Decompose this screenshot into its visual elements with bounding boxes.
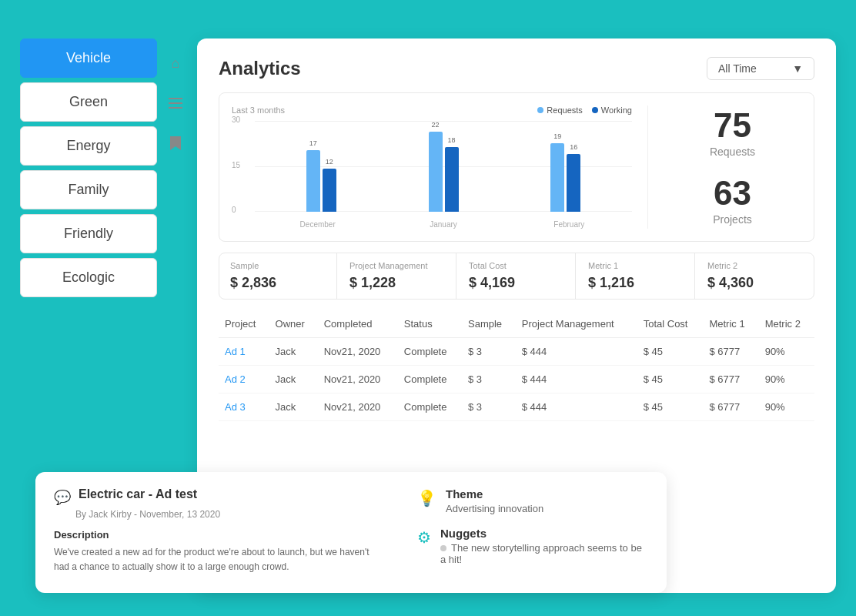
metric-total-cost: Total Cost $ 4,169 [458, 253, 576, 299]
total-cost-cell: $ 45 [637, 338, 704, 366]
bottom-right: 💡 Theme Advertising innovation ⚙ Nuggets… [417, 487, 648, 578]
svg-rect-1 [169, 102, 182, 104]
svg-rect-3 [169, 183, 172, 189]
col-metric1: Metric 1 [703, 310, 758, 338]
page-title: Analytics [219, 58, 301, 79]
metric-pm: Project Management $ 1,228 [339, 253, 456, 299]
svg-rect-2 [169, 107, 182, 109]
bookmark-icon[interactable] [162, 129, 189, 157]
table-row: Ad 1 Jack Nov21, 2020 Complete $ 3 $ 444… [219, 338, 814, 366]
col-pm: Project Management [516, 310, 637, 338]
sidebar-item-energy[interactable]: Energy [20, 126, 157, 166]
sidebar-item-family[interactable]: Family [20, 170, 157, 209]
col-total-cost: Total Cost [637, 310, 704, 338]
sidebar-item-vehicle[interactable]: Vehicle [20, 38, 157, 78]
table-row: Ad 3 Jack Nov21, 2020 Complete $ 3 $ 444… [219, 393, 814, 421]
theme-item: 💡 Theme Advertising innovation [417, 487, 648, 514]
col-owner: Owner [269, 310, 318, 338]
x-label-december: December [255, 220, 380, 229]
metric-1: Metric 1 $ 1,216 [577, 253, 695, 299]
time-selector[interactable]: All Time ▼ [707, 57, 814, 80]
chart-area: Last 3 months Requests Working 30 15 0 [232, 105, 632, 229]
completed-cell: Nov21, 2020 [318, 338, 398, 366]
project-link[interactable]: Ad 1 [219, 338, 269, 366]
completed-cell: Nov21, 2020 [318, 366, 398, 393]
sample-cell: $ 3 [462, 366, 516, 393]
bar-group-february: 19 16 [507, 143, 624, 212]
nuggets-icon: ⚙ [417, 528, 431, 565]
bar-jan-working: 18 [445, 147, 459, 212]
col-sample: Sample [462, 310, 516, 338]
sidebar-item-green[interactable]: Green [20, 82, 157, 122]
stats-side: 75 Requests 63 Projects [647, 105, 801, 229]
pm-cell: $ 444 [516, 338, 637, 366]
legend-requests: Requests [537, 105, 582, 115]
owner-cell: Jack [269, 338, 318, 366]
metric2-cell: 90% [759, 338, 814, 366]
comment-icon: 💬 [54, 489, 71, 506]
nuggets-item: ⚙ Nuggets The new storytelling approach … [417, 527, 648, 565]
metric1-cell: $ 6777 [703, 338, 758, 366]
chart-icon[interactable] [162, 169, 189, 197]
sidebar-item-friendly[interactable]: Friendly [20, 214, 157, 253]
bar-chart: 30 15 0 17 12 22 18 [232, 121, 632, 229]
completed-cell: Nov21, 2020 [318, 393, 398, 421]
svg-rect-4 [174, 180, 177, 189]
description-text: We've created a new ad for the product w… [54, 545, 386, 574]
pm-cell: $ 444 [516, 366, 637, 393]
chart-section: Last 3 months Requests Working 30 15 0 [219, 92, 814, 242]
project-link[interactable]: Ad 3 [219, 393, 269, 421]
col-completed: Completed [318, 310, 398, 338]
nugget-text: The new storytelling approach seems to b… [440, 542, 648, 565]
status-cell: Complete [398, 393, 462, 421]
svg-rect-0 [169, 98, 182, 99]
metric-sample: Sample $ 2,836 [219, 253, 337, 299]
data-table: Project Owner Completed Status Sample Pr… [219, 310, 814, 421]
sample-cell: $ 3 [462, 393, 516, 421]
project-link[interactable]: Ad 2 [219, 366, 269, 393]
sample-cell: $ 3 [462, 338, 516, 366]
stat-requests: 75 Requests [710, 109, 755, 158]
sidebar-item-ecologic[interactable]: Ecologic [20, 258, 157, 297]
bar-feb-requests: 19 [550, 143, 564, 212]
total-cost-cell: $ 45 [637, 366, 704, 393]
metric1-cell: $ 6777 [703, 366, 758, 393]
metric-2: Metric 2 $ 4,360 [697, 253, 814, 299]
metric2-cell: 90% [759, 393, 814, 421]
list-icon[interactable] [162, 89, 189, 117]
status-cell: Complete [398, 338, 462, 366]
metrics-row: Sample $ 2,836 Project Management $ 1,22… [219, 253, 814, 300]
pm-cell: $ 444 [516, 393, 637, 421]
bar-group-december: 17 12 [262, 150, 380, 212]
home-icon[interactable]: ⌂ [162, 49, 189, 77]
bar-dec-working: 12 [323, 169, 336, 212]
owner-cell: Jack [269, 366, 318, 393]
bar-jan-requests: 22 [429, 132, 443, 212]
owner-cell: Jack [269, 393, 318, 421]
status-cell: Complete [398, 366, 462, 393]
bottom-subtitle: By Jack Kirby - November, 13 2020 [75, 509, 386, 520]
nav-icons: ⌂ [157, 38, 194, 197]
x-axis-labels: December January February [255, 220, 632, 229]
legend-working: Working [592, 105, 632, 115]
bar-feb-working: 16 [567, 154, 580, 212]
bar-group-january: 22 18 [385, 132, 503, 212]
metric1-cell: $ 6777 [703, 393, 758, 421]
col-metric2: Metric 2 [759, 310, 814, 338]
chevron-down-icon: ▼ [792, 62, 803, 75]
bottom-left: 💬 Electric car - Ad test By Jack Kirby -… [54, 487, 386, 578]
analytics-header: Analytics All Time ▼ [219, 57, 814, 80]
chart-period: Last 3 months [232, 105, 285, 115]
stat-projects: 63 Projects [713, 176, 752, 226]
svg-rect-5 [179, 177, 182, 189]
theme-content: Theme Advertising innovation [446, 487, 543, 514]
metric2-cell: 90% [759, 366, 814, 393]
table-row: Ad 2 Jack Nov21, 2020 Complete $ 3 $ 444… [219, 366, 814, 393]
chart-legend: Requests Working [537, 105, 632, 115]
nuggets-content: Nuggets The new storytelling approach se… [440, 527, 648, 565]
description-label: Description [54, 529, 386, 541]
bottom-panel: 💬 Electric car - Ad test By Jack Kirby -… [35, 472, 667, 593]
col-status: Status [398, 310, 462, 338]
x-label-january: January [380, 220, 506, 229]
bar-dec-requests: 17 [306, 150, 320, 212]
